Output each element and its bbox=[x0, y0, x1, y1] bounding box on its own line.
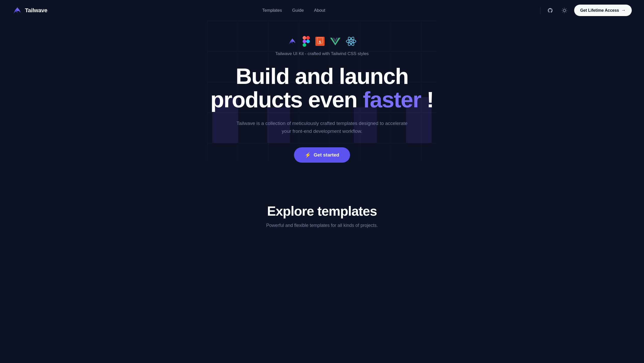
explore-section: Explore templates Powerful and flexible … bbox=[0, 183, 644, 238]
svg-line-7 bbox=[563, 12, 563, 12]
nav-link-about[interactable]: About bbox=[314, 8, 325, 13]
svg-rect-9 bbox=[303, 36, 306, 40]
navbar: Tailwave Templates Guide About bbox=[0, 0, 644, 21]
bolt-icon: ⚡ bbox=[305, 152, 311, 158]
hero-headline: Build and launch products even faster ! bbox=[210, 64, 433, 112]
headline-line1: Build and launch bbox=[236, 63, 408, 89]
nav-right: Get Lifetime Access → bbox=[540, 5, 632, 16]
explore-subtitle: Powerful and flexible templates for all … bbox=[5, 223, 639, 228]
html5-tech-icon: 5 bbox=[315, 37, 325, 46]
figma-tech-icon bbox=[303, 36, 310, 47]
hero-content: 5 Tailwave UI Kit bbox=[210, 36, 433, 163]
svg-line-4 bbox=[566, 12, 566, 12]
nav-link-guide[interactable]: Guide bbox=[292, 8, 304, 13]
github-icon bbox=[547, 8, 553, 13]
vue-tech-icon bbox=[330, 37, 340, 46]
react-tech-icon bbox=[346, 37, 356, 46]
logo-area[interactable]: Tailwave bbox=[12, 5, 47, 16]
get-started-label: Get started bbox=[314, 152, 339, 158]
svg-line-3 bbox=[563, 8, 563, 9]
svg-rect-10 bbox=[306, 36, 310, 40]
cta-button-label: Get Lifetime Access bbox=[580, 8, 619, 13]
headline-accent: faster bbox=[363, 87, 421, 112]
hero-section: 5 Tailwave UI Kit bbox=[0, 21, 644, 183]
github-button[interactable] bbox=[546, 6, 555, 15]
explore-title: Explore templates bbox=[5, 203, 639, 219]
tech-icon-row: 5 bbox=[288, 36, 356, 47]
brand-name: Tailwave bbox=[25, 7, 47, 14]
headline-suffix: ! bbox=[421, 87, 434, 112]
svg-point-0 bbox=[563, 9, 565, 11]
tailwave-tech-icon bbox=[288, 37, 297, 46]
headline-line2: products even bbox=[210, 87, 363, 112]
hero-subtext: Tailwave is a collection of meticulously… bbox=[235, 119, 409, 135]
hero-tagline: Tailwave UI Kit - crafted with Tailwind … bbox=[275, 51, 369, 56]
nav-link-templates[interactable]: Templates bbox=[262, 8, 282, 13]
nav-links: Templates Guide About bbox=[262, 8, 325, 13]
svg-point-13 bbox=[306, 40, 310, 43]
svg-text:5: 5 bbox=[319, 40, 321, 44]
get-started-button[interactable]: ⚡ Get started bbox=[294, 147, 350, 163]
svg-point-21 bbox=[350, 41, 352, 42]
theme-toggle-button[interactable] bbox=[560, 6, 569, 15]
cta-arrow-icon: → bbox=[621, 8, 626, 13]
get-lifetime-access-button[interactable]: Get Lifetime Access → bbox=[574, 5, 632, 16]
svg-rect-11 bbox=[303, 40, 306, 43]
tailwave-logo-icon bbox=[12, 5, 22, 16]
nav-divider bbox=[540, 7, 540, 14]
svg-line-8 bbox=[566, 8, 566, 9]
sun-icon bbox=[562, 8, 567, 13]
svg-rect-12 bbox=[303, 43, 306, 47]
